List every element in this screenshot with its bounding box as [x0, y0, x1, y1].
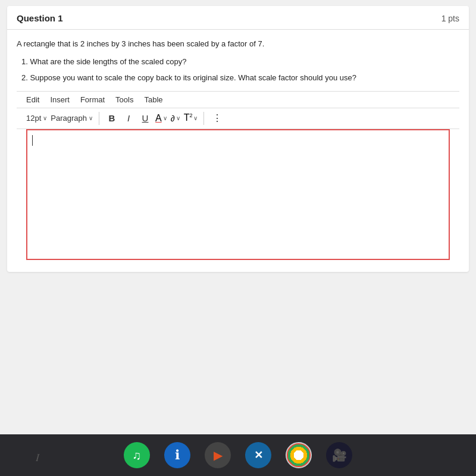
taskbar-icon-info[interactable]	[164, 442, 190, 468]
paragraph-dropdown[interactable]: Paragraph ∨	[51, 114, 93, 123]
taskbar-icon-chrome[interactable]	[286, 442, 312, 468]
text-style-chevron: ∨	[193, 115, 198, 121]
highlight-chevron: ∨	[176, 115, 180, 121]
taskbar-icon-play-store[interactable]	[205, 442, 231, 468]
font-size-chevron: ∨	[43, 115, 47, 121]
menu-table[interactable]: Table	[144, 95, 162, 104]
question-card: Question 1 1 pts A rectangle that is 2 i…	[7, 6, 469, 272]
text-cursor	[32, 135, 33, 146]
font-color-icon: A	[155, 113, 162, 124]
main-content: Question 1 1 pts A rectangle that is 2 i…	[0, 0, 476, 434]
font-size-dropdown[interactable]: 12pt ∨	[26, 114, 47, 123]
question-body: A rectangle that is 2 inches by 3 inches…	[7, 30, 469, 272]
taskbar-icon-spotify[interactable]	[124, 442, 150, 468]
toolbar-separator-1	[99, 112, 99, 125]
toolbar-separator-2	[203, 112, 204, 125]
taskbar-icon-x[interactable]	[245, 442, 271, 468]
text-editor-area[interactable]	[26, 129, 450, 260]
paragraph-chevron: ∨	[89, 115, 93, 121]
taskbar-icon-camera[interactable]	[326, 442, 352, 468]
bold-button[interactable]: B	[105, 112, 118, 124]
question-intro: A rectangle that is 2 inches by 3 inches…	[17, 38, 459, 50]
more-options-button[interactable]: ⋮	[212, 112, 222, 124]
text-style-icon: T2	[184, 112, 193, 123]
editor-toolbar: 12pt ∨ Paragraph ∨ B I U	[17, 108, 459, 129]
question-item-2: 2. Suppose you want to scale the copy ba…	[17, 72, 459, 84]
highlight-dropdown[interactable]: ∂ ∨	[171, 114, 180, 123]
highlight-icon: ∂	[171, 114, 175, 123]
mouse-cursor: 𝐼	[36, 452, 39, 464]
editor-section: Edit Insert Format Tools Table 12pt ∨ Pa…	[17, 91, 459, 260]
paragraph-value: Paragraph	[51, 114, 87, 123]
menu-format[interactable]: Format	[80, 95, 105, 104]
menu-edit[interactable]: Edit	[26, 95, 39, 104]
underline-button[interactable]: U	[139, 112, 152, 124]
font-size-value: 12pt	[26, 114, 41, 123]
taskbar	[0, 434, 476, 476]
question-item-1: 1. What are the side lengths of the scal…	[17, 56, 459, 68]
editor-menubar: Edit Insert Format Tools Table	[17, 91, 459, 108]
question-title: Question 1	[17, 13, 63, 23]
menu-insert[interactable]: Insert	[50, 95, 70, 104]
font-color-chevron: ∨	[163, 115, 167, 121]
italic-button[interactable]: I	[122, 112, 135, 124]
text-style-dropdown[interactable]: T2 ∨	[184, 112, 198, 123]
question-header: Question 1 1 pts	[7, 6, 469, 30]
menu-tools[interactable]: Tools	[115, 95, 133, 104]
question-pts: 1 pts	[441, 14, 459, 23]
font-color-dropdown[interactable]: A ∨	[155, 113, 167, 124]
